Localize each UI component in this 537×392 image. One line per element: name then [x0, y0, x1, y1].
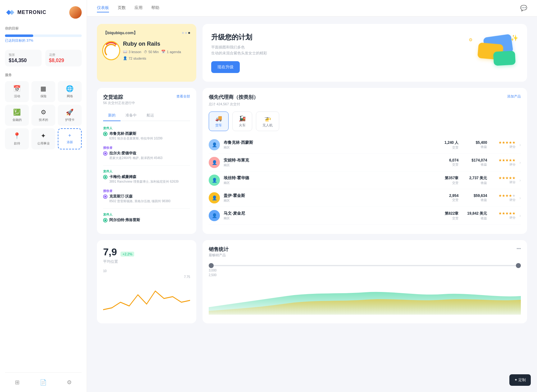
upgrade-card: 升级您的计划 平面插图和我们多色 生动的未混合紫色头发女士的精彩 现在升级 ✨ …	[203, 24, 527, 82]
view-all-button[interactable]: 查看全部	[176, 94, 190, 99]
sales-menu-icon[interactable]: •••	[517, 246, 521, 251]
sender-icon-1	[103, 132, 107, 136]
public-icon: ✦	[41, 132, 46, 139]
nav-apps[interactable]: 应用	[134, 4, 143, 12]
goal-bar-container: 已达到目标的 37%	[5, 34, 82, 48]
upgrade-button[interactable]: 现在升级	[211, 61, 240, 73]
tab-shipping[interactable]: 船运	[142, 110, 159, 121]
drone-icon: 🚁	[264, 115, 271, 122]
agent-region-1: 南区	[224, 145, 433, 150]
agent-revenue-4: $59,634 收益	[462, 194, 487, 202]
sender-addr-1: 6391 埃尔全圣塞莱斯, 特拉华州 10299	[109, 136, 190, 141]
agent-arrow-3[interactable]: ›	[519, 178, 521, 183]
course-card: 【biqubiqu.com】 Ruby on Rails	[97, 24, 196, 82]
main: 仪表板 页数 应用 帮助 💬 【biqubiqu.com】	[87, 0, 537, 392]
agents-title: 领先代理商（按类别）	[209, 94, 258, 101]
category-tab-drone[interactable]: 🚁 无人机	[256, 112, 279, 131]
dot-2	[185, 32, 187, 34]
agent-arrow-2[interactable]: ›	[519, 160, 521, 165]
layers-icon[interactable]: ⊞	[15, 379, 20, 386]
course-dots	[182, 32, 190, 34]
add-icon: +	[68, 133, 71, 138]
logo-text: METRONIC	[17, 10, 46, 15]
sender-icon-2	[103, 175, 107, 179]
agent-info-2: 安妮特·布莱克 南区	[224, 157, 433, 167]
agent-row-4: 👤 盖伊·霍金斯 南区 2,954 交货 $59,634 收益 ★★★★★	[209, 189, 521, 207]
nav-pages[interactable]: 页数	[118, 4, 126, 12]
tab-preparing[interactable]: 准备中	[121, 110, 142, 121]
service-public[interactable]: ✦ 公用事业	[31, 128, 55, 149]
truck-icon: 🚚	[215, 115, 222, 122]
service-tech[interactable]: ⚙ 技术的	[31, 105, 55, 126]
sender-addr-2: 3891 Ranchview 理查森博士, 加利福尼亚州 62639	[109, 180, 190, 184]
gear-icon[interactable]: ⚙	[67, 379, 72, 386]
service-insurance[interactable]: ▦ 保险	[31, 81, 55, 102]
agents-subtitle: 总计 424,567 次交付	[209, 102, 521, 107]
chat-icon[interactable]: 💬	[520, 5, 527, 11]
agent-region-5: 南区	[224, 216, 433, 221]
middle-row: 交货追踪 56 次交付正在进行中 查看全部 新的 准备中 船运 发件人 布鲁克林…	[97, 88, 527, 234]
customize-button[interactable]: ✦ 定制	[509, 374, 531, 386]
tab-new[interactable]: 新的	[103, 110, 121, 121]
agent-arrow-5[interactable]: ›	[519, 213, 521, 218]
agent-row-1: 👤 布鲁克林·西蒙斯 南区 1,240 人 交货 $5,400 收益 ★★★	[209, 136, 521, 154]
sender-label-1: 发件人	[103, 126, 190, 130]
agents-header: 领先代理商（按类别） 添加产品	[209, 94, 521, 101]
dot-1	[182, 32, 184, 34]
tech-icon: ⚙	[41, 108, 46, 116]
shipment-tabs: 新的 准备中 船运	[103, 110, 190, 121]
insurance-icon: ▦	[40, 85, 46, 92]
service-network[interactable]: 🌐 网络	[58, 81, 82, 102]
service-finance[interactable]: 💹 金融的	[5, 105, 29, 126]
service-activity[interactable]: 📅 活动	[5, 81, 29, 102]
category-tab-truck[interactable]: 🚚 货车	[209, 112, 229, 131]
content: 【biqubiqu.com】 Ruby on Rails	[87, 16, 537, 392]
receiver-icon-1	[103, 151, 107, 156]
add-product-button[interactable]: 添加产品	[507, 94, 521, 99]
agent-revenue-2: $174,074 收益	[462, 158, 487, 167]
slider-thumb-left[interactable]	[209, 263, 214, 268]
course-meta: 📖 3 lesson ⏱ 50 Min 📅 1 agenda	[123, 50, 190, 60]
train-label: 火车	[239, 123, 246, 128]
chart-y-labels: 10	[103, 269, 190, 273]
sender-label-3: 发件人	[103, 169, 190, 174]
sales-header: 销售统计 最畅销产品 •••	[209, 246, 521, 261]
agents-card: 领先代理商（按类别） 添加产品 总计 424,567 次交付 🚚 货车 🚂 火车	[203, 88, 527, 234]
nav-dashboard[interactable]: 仪表板	[97, 4, 109, 12]
shipment-item-4: 接收者 克里斯汀·沃森 8502 普雷斯顿路, 英格尔伍德, 缅因州 98380	[103, 189, 190, 203]
agent-avatar-4: 👤	[209, 192, 220, 203]
document-icon[interactable]: 📄	[40, 379, 47, 386]
agent-region-3: 南区	[224, 181, 433, 185]
agent-transactions-3: 第357章 交货	[437, 175, 458, 185]
service-hospitality[interactable]: 📍 款待	[5, 128, 29, 149]
nav-help[interactable]: 帮助	[151, 4, 159, 12]
receiver-addr-2: 8502 普雷斯顿路, 英格尔伍德, 缅因州 98380	[109, 199, 190, 203]
services-grid: 📅 活动 ▦ 保险 🌐 网络 💹 金融的 ⚙ 技术的 🚀 护理卡 📍 款待 ✦	[5, 81, 82, 149]
shipment-item-5: 发件人 阿尔伯特·弗洛雷斯	[103, 212, 190, 223]
budget-box: 预算 $14,350	[5, 50, 42, 66]
agent-arrow-1[interactable]: ›	[519, 142, 521, 147]
topbar: 仪表板 页数 应用 帮助 💬	[87, 0, 537, 16]
service-hospitality-label: 款待	[14, 141, 20, 146]
agent-row-2: 👤 安妮特·布莱克 南区 6,074 交货 $174,074 收益 ★★★★	[209, 154, 521, 171]
truck-label: 货车	[215, 123, 222, 128]
service-add[interactable]: + 添新	[58, 128, 82, 149]
stats-badge: +2.2%	[121, 252, 134, 257]
slider-thumb-right[interactable]	[516, 263, 521, 268]
service-nursing[interactable]: 🚀 护理卡	[58, 105, 82, 126]
goal-bar-background	[5, 34, 82, 37]
expense-value: $8,029	[49, 58, 78, 63]
category-tab-train[interactable]: 🚂 火车	[232, 112, 252, 131]
budget-label: 预算	[9, 53, 38, 57]
agenda-icon: 📅	[161, 50, 166, 54]
agent-region-4: 南区	[224, 198, 433, 203]
stats-number: 7,9	[103, 246, 117, 258]
goal-text: 已达到目标的 37%	[5, 38, 82, 43]
agent-name-2: 安妮特·布莱克	[224, 157, 433, 163]
agent-info-4: 盖伊·霍金斯 南区	[224, 193, 433, 203]
agent-revenue-1: $5,400 收益	[462, 140, 487, 149]
shipment-card: 交货追踪 56 次交付正在进行中 查看全部 新的 准备中 船运 发件人 布鲁克林…	[97, 88, 196, 234]
agent-revenue-5: 19,842 美元 收益	[462, 211, 487, 221]
agent-arrow-4[interactable]: ›	[519, 195, 521, 200]
sender-icon-3	[103, 218, 107, 222]
